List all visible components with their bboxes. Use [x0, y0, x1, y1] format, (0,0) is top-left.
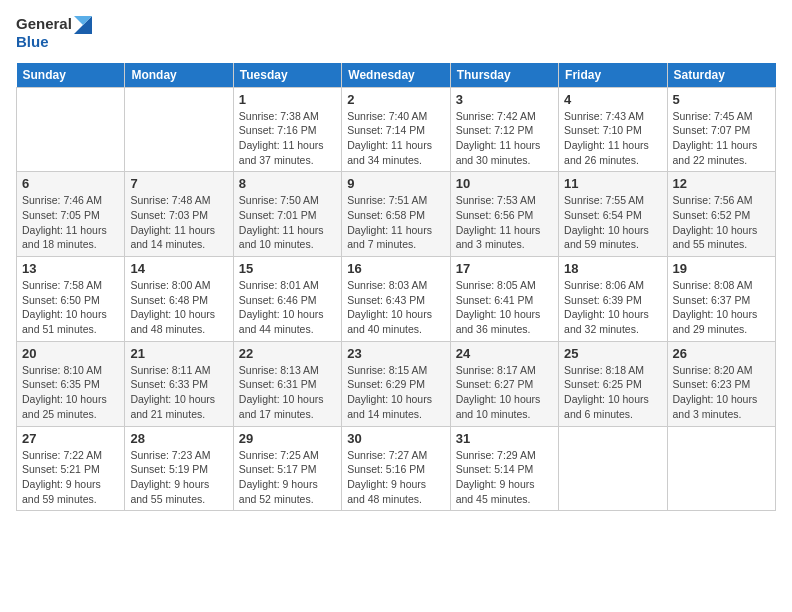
calendar-cell: 25Sunrise: 8:18 AMSunset: 6:25 PMDayligh… — [559, 341, 667, 426]
day-info: Sunrise: 7:50 AMSunset: 7:01 PMDaylight:… — [239, 193, 336, 252]
day-number: 28 — [130, 431, 227, 446]
calendar-cell: 27Sunrise: 7:22 AMSunset: 5:21 PMDayligh… — [17, 426, 125, 511]
day-number: 18 — [564, 261, 661, 276]
calendar-cell: 1Sunrise: 7:38 AMSunset: 7:16 PMDaylight… — [233, 87, 341, 172]
calendar-cell: 8Sunrise: 7:50 AMSunset: 7:01 PMDaylight… — [233, 172, 341, 257]
calendar-cell: 16Sunrise: 8:03 AMSunset: 6:43 PMDayligh… — [342, 257, 450, 342]
calendar-cell: 20Sunrise: 8:10 AMSunset: 6:35 PMDayligh… — [17, 341, 125, 426]
calendar-cell: 19Sunrise: 8:08 AMSunset: 6:37 PMDayligh… — [667, 257, 775, 342]
calendar-cell: 12Sunrise: 7:56 AMSunset: 6:52 PMDayligh… — [667, 172, 775, 257]
day-number: 17 — [456, 261, 553, 276]
day-number: 11 — [564, 176, 661, 191]
weekday-header: Sunday — [17, 63, 125, 88]
day-number: 9 — [347, 176, 444, 191]
calendar-cell: 10Sunrise: 7:53 AMSunset: 6:56 PMDayligh… — [450, 172, 558, 257]
day-info: Sunrise: 7:25 AMSunset: 5:17 PMDaylight:… — [239, 448, 336, 507]
calendar-cell: 11Sunrise: 7:55 AMSunset: 6:54 PMDayligh… — [559, 172, 667, 257]
day-info: Sunrise: 8:03 AMSunset: 6:43 PMDaylight:… — [347, 278, 444, 337]
calendar-week-row: 27Sunrise: 7:22 AMSunset: 5:21 PMDayligh… — [17, 426, 776, 511]
day-info: Sunrise: 7:58 AMSunset: 6:50 PMDaylight:… — [22, 278, 119, 337]
weekday-header: Monday — [125, 63, 233, 88]
day-number: 20 — [22, 346, 119, 361]
weekday-header: Thursday — [450, 63, 558, 88]
day-number: 2 — [347, 92, 444, 107]
day-number: 3 — [456, 92, 553, 107]
day-number: 14 — [130, 261, 227, 276]
calendar-cell: 26Sunrise: 8:20 AMSunset: 6:23 PMDayligh… — [667, 341, 775, 426]
day-number: 8 — [239, 176, 336, 191]
calendar-cell: 5Sunrise: 7:45 AMSunset: 7:07 PMDaylight… — [667, 87, 775, 172]
calendar-cell: 18Sunrise: 8:06 AMSunset: 6:39 PMDayligh… — [559, 257, 667, 342]
logo-text: General Blue — [16, 16, 92, 51]
day-info: Sunrise: 7:42 AMSunset: 7:12 PMDaylight:… — [456, 109, 553, 168]
day-info: Sunrise: 7:51 AMSunset: 6:58 PMDaylight:… — [347, 193, 444, 252]
day-number: 5 — [673, 92, 770, 107]
day-info: Sunrise: 8:10 AMSunset: 6:35 PMDaylight:… — [22, 363, 119, 422]
day-info: Sunrise: 8:20 AMSunset: 6:23 PMDaylight:… — [673, 363, 770, 422]
day-number: 4 — [564, 92, 661, 107]
day-info: Sunrise: 7:43 AMSunset: 7:10 PMDaylight:… — [564, 109, 661, 168]
calendar-week-row: 13Sunrise: 7:58 AMSunset: 6:50 PMDayligh… — [17, 257, 776, 342]
calendar-cell: 4Sunrise: 7:43 AMSunset: 7:10 PMDaylight… — [559, 87, 667, 172]
calendar-cell — [559, 426, 667, 511]
day-info: Sunrise: 7:55 AMSunset: 6:54 PMDaylight:… — [564, 193, 661, 252]
day-number: 1 — [239, 92, 336, 107]
calendar-cell: 23Sunrise: 8:15 AMSunset: 6:29 PMDayligh… — [342, 341, 450, 426]
day-number: 25 — [564, 346, 661, 361]
day-info: Sunrise: 8:01 AMSunset: 6:46 PMDaylight:… — [239, 278, 336, 337]
calendar-cell — [667, 426, 775, 511]
weekday-header: Wednesday — [342, 63, 450, 88]
calendar-cell: 2Sunrise: 7:40 AMSunset: 7:14 PMDaylight… — [342, 87, 450, 172]
calendar-cell: 21Sunrise: 8:11 AMSunset: 6:33 PMDayligh… — [125, 341, 233, 426]
weekday-header-row: SundayMondayTuesdayWednesdayThursdayFrid… — [17, 63, 776, 88]
day-info: Sunrise: 7:29 AMSunset: 5:14 PMDaylight:… — [456, 448, 553, 507]
day-number: 13 — [22, 261, 119, 276]
day-info: Sunrise: 7:46 AMSunset: 7:05 PMDaylight:… — [22, 193, 119, 252]
day-number: 16 — [347, 261, 444, 276]
calendar-week-row: 20Sunrise: 8:10 AMSunset: 6:35 PMDayligh… — [17, 341, 776, 426]
day-number: 7 — [130, 176, 227, 191]
weekday-header: Tuesday — [233, 63, 341, 88]
calendar-cell: 29Sunrise: 7:25 AMSunset: 5:17 PMDayligh… — [233, 426, 341, 511]
day-info: Sunrise: 7:22 AMSunset: 5:21 PMDaylight:… — [22, 448, 119, 507]
day-number: 24 — [456, 346, 553, 361]
calendar-cell: 22Sunrise: 8:13 AMSunset: 6:31 PMDayligh… — [233, 341, 341, 426]
day-number: 29 — [239, 431, 336, 446]
day-info: Sunrise: 7:38 AMSunset: 7:16 PMDaylight:… — [239, 109, 336, 168]
day-number: 26 — [673, 346, 770, 361]
calendar-cell: 28Sunrise: 7:23 AMSunset: 5:19 PMDayligh… — [125, 426, 233, 511]
day-info: Sunrise: 7:27 AMSunset: 5:16 PMDaylight:… — [347, 448, 444, 507]
calendar-table: SundayMondayTuesdayWednesdayThursdayFrid… — [16, 63, 776, 512]
day-info: Sunrise: 7:53 AMSunset: 6:56 PMDaylight:… — [456, 193, 553, 252]
weekday-header: Saturday — [667, 63, 775, 88]
day-info: Sunrise: 8:13 AMSunset: 6:31 PMDaylight:… — [239, 363, 336, 422]
calendar-cell: 6Sunrise: 7:46 AMSunset: 7:05 PMDaylight… — [17, 172, 125, 257]
calendar-cell: 17Sunrise: 8:05 AMSunset: 6:41 PMDayligh… — [450, 257, 558, 342]
day-info: Sunrise: 8:00 AMSunset: 6:48 PMDaylight:… — [130, 278, 227, 337]
day-info: Sunrise: 7:40 AMSunset: 7:14 PMDaylight:… — [347, 109, 444, 168]
calendar-cell: 9Sunrise: 7:51 AMSunset: 6:58 PMDaylight… — [342, 172, 450, 257]
calendar-week-row: 6Sunrise: 7:46 AMSunset: 7:05 PMDaylight… — [17, 172, 776, 257]
day-info: Sunrise: 7:45 AMSunset: 7:07 PMDaylight:… — [673, 109, 770, 168]
calendar-cell: 14Sunrise: 8:00 AMSunset: 6:48 PMDayligh… — [125, 257, 233, 342]
calendar-cell — [125, 87, 233, 172]
calendar-cell: 13Sunrise: 7:58 AMSunset: 6:50 PMDayligh… — [17, 257, 125, 342]
day-info: Sunrise: 7:23 AMSunset: 5:19 PMDaylight:… — [130, 448, 227, 507]
day-number: 15 — [239, 261, 336, 276]
calendar-cell: 7Sunrise: 7:48 AMSunset: 7:03 PMDaylight… — [125, 172, 233, 257]
calendar-week-row: 1Sunrise: 7:38 AMSunset: 7:16 PMDaylight… — [17, 87, 776, 172]
day-info: Sunrise: 8:11 AMSunset: 6:33 PMDaylight:… — [130, 363, 227, 422]
day-number: 12 — [673, 176, 770, 191]
day-number: 23 — [347, 346, 444, 361]
day-info: Sunrise: 8:06 AMSunset: 6:39 PMDaylight:… — [564, 278, 661, 337]
logo: General Blue — [16, 16, 92, 51]
day-number: 21 — [130, 346, 227, 361]
day-number: 30 — [347, 431, 444, 446]
calendar-cell: 15Sunrise: 8:01 AMSunset: 6:46 PMDayligh… — [233, 257, 341, 342]
weekday-header: Friday — [559, 63, 667, 88]
page-header: General Blue — [16, 16, 776, 51]
day-info: Sunrise: 8:15 AMSunset: 6:29 PMDaylight:… — [347, 363, 444, 422]
day-info: Sunrise: 8:08 AMSunset: 6:37 PMDaylight:… — [673, 278, 770, 337]
day-info: Sunrise: 7:48 AMSunset: 7:03 PMDaylight:… — [130, 193, 227, 252]
day-info: Sunrise: 8:17 AMSunset: 6:27 PMDaylight:… — [456, 363, 553, 422]
